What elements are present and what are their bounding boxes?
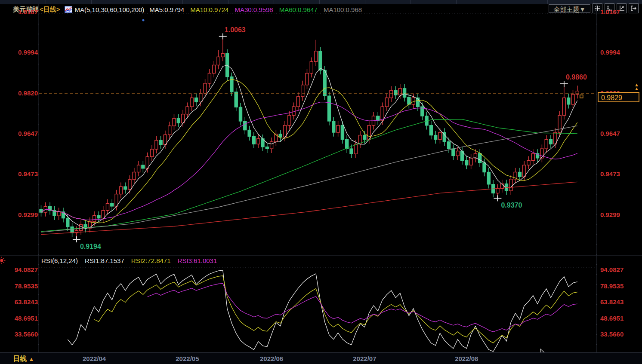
price-tick-label: 0.9299 <box>1 211 38 218</box>
rsi-tick-label: 63.8243 <box>600 299 623 306</box>
month-label: 2022/07 <box>353 355 376 362</box>
rsi-header: RSI(6,12,24) RSI1:87.1537RSI2:72.8471RSI… <box>41 257 217 264</box>
price-tick-label: 0.9299 <box>600 211 620 218</box>
price-tick-label: 1.0167 <box>600 9 620 15</box>
candlesticks <box>40 37 579 240</box>
alarm-sun-icon <box>0 257 6 264</box>
rsi-params-label: RSI(6,12,24) <box>41 257 78 264</box>
month-label: 2022/04 <box>83 355 106 362</box>
rsi-values: RSI1:87.1537RSI2:72.8471RSI3:61.0031 <box>85 257 217 264</box>
trading-chart-window: 美元瑞郎 <日线> MA(5,10,30,60,100,200) MA5:0.9… <box>0 0 642 364</box>
rsi-tick-label: 78.9535 <box>600 283 623 290</box>
price-tick-label: 0.9994 <box>1 49 38 56</box>
period-up-triangle-icon: ▲ <box>28 356 34 362</box>
blue-dot-marker <box>142 19 145 21</box>
rsi-line <box>68 270 577 352</box>
period-label: 日线 <box>13 355 27 362</box>
price-tick-label: 0.9994 <box>600 49 620 56</box>
current-price-label[interactable]: 0.9829 <box>598 92 639 102</box>
ma-line <box>41 102 577 220</box>
month-label: 2022/08 <box>455 355 478 362</box>
time-axis-bar: 日线 ▲ 2022/042022/052022/062022/072022/08 <box>0 352 642 364</box>
chart-canvas[interactable] <box>0 0 642 364</box>
month-label: 2022/05 <box>176 355 199 362</box>
rsi-tick-label: 63.8243 <box>1 299 38 306</box>
rsi-value-label: RSI3:61.0031 <box>178 257 217 264</box>
ma-line <box>41 119 577 232</box>
rsi-line <box>148 284 577 332</box>
rsi-tick-label: 48.6951 <box>1 315 38 322</box>
extreme-price-annotation: 0.9370 <box>501 202 522 209</box>
ma-line <box>41 80 577 223</box>
price-tick-label: 0.9647 <box>600 130 620 137</box>
price-tick-label: 0.9647 <box>1 130 38 137</box>
rsi-tick-label: 33.5660 <box>600 331 623 338</box>
price-tick-label: 0.9820 <box>1 90 38 97</box>
price-tick-label: 1.0167 <box>1 9 38 15</box>
extreme-price-annotation: 0.9860 <box>566 73 587 81</box>
extreme-price-annotation: 0.9194 <box>80 243 101 251</box>
month-label: 2022/06 <box>260 355 283 362</box>
rsi-value-label: RSI2:72.8471 <box>131 257 171 264</box>
rsi-tick-label: 48.6951 <box>600 315 623 322</box>
ma-line <box>41 65 577 229</box>
order-marker <box>580 95 583 98</box>
rsi-tick-label: 78.9535 <box>1 283 38 290</box>
price-tick-label: 0.9473 <box>1 171 38 177</box>
rsi-value-label: RSI1:87.1537 <box>85 257 124 264</box>
extreme-price-annotation: 1.0063 <box>225 26 246 34</box>
rsi-tick-label: 33.5660 <box>1 331 38 338</box>
price-tick-label: 0.9473 <box>600 171 620 177</box>
period-selector-button[interactable]: 日线 ▲ <box>13 355 34 364</box>
rsi-line <box>94 276 577 343</box>
rsi-tick-label: 94.0827 <box>600 266 623 273</box>
price-up-arrows-icon: ▲▲ <box>634 83 639 91</box>
rsi-tick-label: 94.0827 <box>1 266 38 273</box>
